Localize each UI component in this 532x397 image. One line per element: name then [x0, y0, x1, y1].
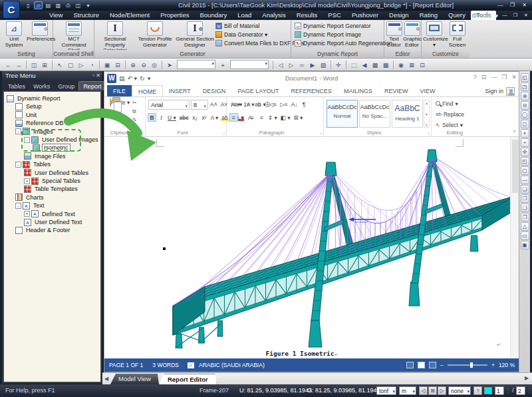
window-spinner-1[interactable]: 1▲▼: [495, 386, 504, 395]
collapse-icon[interactable]: -: [15, 203, 21, 209]
front-view-icon[interactable]: ❏: [521, 185, 529, 194]
rotate-icon[interactable]: ✣: [521, 148, 529, 156]
tree-item-defined-text[interactable]: +ADefined Text: [24, 210, 76, 218]
help-menu[interactable]: Help ▾: [480, 12, 498, 19]
unit-system-button[interactable]: ⊿ Unit System: [1, 21, 27, 49]
named-view-icon[interactable]: ▣: [521, 241, 529, 249]
ribbon-options-icon[interactable]: ⊡: [481, 74, 487, 80]
tree-item-tables[interactable]: -Tables: [15, 160, 52, 168]
scroll-more-icon[interactable]: ≡: [424, 123, 429, 127]
menu-tab-rating[interactable]: Rating: [414, 11, 443, 20]
open-file-icon[interactable]: ▱: [34, 1, 43, 9]
axis-icon[interactable]: ⌖: [217, 60, 228, 70]
align-right-button[interactable]: ≡: [248, 113, 257, 122]
align-left-button[interactable]: ≡: [229, 113, 238, 122]
save-icon[interactable]: ▤: [119, 74, 125, 83]
scrollbar-thumb[interactable]: [512, 140, 518, 193]
select-all-icon[interactable]: ▣: [102, 60, 112, 70]
stage-prev-icon[interactable]: ◁: [275, 60, 286, 70]
play-icon[interactable]: ▶: [307, 60, 318, 70]
style-normal[interactable]: AaBbCcDc Normal: [327, 100, 358, 128]
zoom-in-icon[interactable]: +: [491, 362, 495, 368]
dialog-launcher-icon[interactable]: ⌟: [223, 130, 225, 135]
length-unit-combo[interactable]: m: [399, 386, 416, 395]
data-generator-item[interactable]: Data Generator ▾: [215, 30, 290, 39]
tree-item-dynamic-report[interactable]: Dynamic Report: [7, 94, 62, 102]
lock-icon[interactable]: ⊠: [406, 60, 417, 70]
word-help-icon[interactable]: ?: [473, 74, 477, 80]
paste-button[interactable]: Paste ▾: [108, 99, 131, 134]
rotate-left-icon[interactable]: ◀: [359, 60, 370, 70]
proofing-icon[interactable]: ✓: [188, 362, 194, 368]
sort-button[interactable]: A↓: [290, 100, 299, 108]
italic-button[interactable]: I: [157, 113, 166, 122]
collapse-icon[interactable]: -: [15, 128, 21, 134]
child-minimize-icon[interactable]: —: [501, 12, 509, 19]
dynamic-report-auto-regeneration-item[interactable]: ↻Dynamic Report Auto Regeneration: [295, 39, 383, 47]
display-icon[interactable]: ▦: [370, 60, 380, 70]
zoom-out-icon[interactable]: ⊖: [521, 101, 529, 110]
dynamic-report-image-item[interactable]: Dynamic Report Image: [295, 30, 383, 39]
word-close-icon[interactable]: ✕: [511, 74, 517, 80]
menu-tab-node-element[interactable]: Node/Element: [104, 11, 155, 20]
dialog-launcher-icon[interactable]: ⌟: [428, 130, 430, 135]
word-count[interactable]: 3 WORDS: [148, 362, 184, 368]
menu-tab-structure[interactable]: Structure: [68, 11, 104, 20]
word-tab-design[interactable]: DESIGN: [197, 85, 232, 96]
unlock-icon[interactable]: ⊡: [417, 60, 428, 70]
right-view-icon[interactable]: ❐: [521, 194, 529, 203]
menu-tab-psc[interactable]: PSC: [323, 11, 346, 20]
tree-item-charts[interactable]: Charts: [15, 194, 45, 201]
word-tab-page-layout[interactable]: PAGE LAYOUT: [231, 85, 285, 96]
sign-in[interactable]: Sign in: [485, 85, 515, 97]
zoom-in-icon[interactable]: ⊕: [521, 92, 529, 100]
toolbar-combo[interactable]: [177, 60, 215, 69]
menu-tab-load[interactable]: Load: [232, 11, 257, 20]
stage-next-icon[interactable]: ▷: [286, 60, 297, 70]
bill-of-material-item[interactable]: MBill of Material: [215, 21, 290, 30]
tab-model-view[interactable]: Model View: [110, 374, 159, 384]
word-tab-view[interactable]: VIEW: [414, 85, 442, 96]
menu-tab-design[interactable]: Design: [384, 11, 414, 20]
unit-set-icon[interactable]: ⊞: [428, 386, 437, 395]
align-center-button[interactable]: ≡: [239, 113, 247, 122]
zoom-out-icon[interactable]: −: [440, 362, 444, 368]
shading-button[interactable]: ◧ ▾: [279, 113, 292, 122]
menu-tab-view[interactable]: View: [44, 11, 68, 20]
superscript-button[interactable]: x²: [200, 113, 209, 122]
unit-prev-icon[interactable]: ◁: [419, 386, 428, 395]
menu-tab-properties[interactable]: Properties: [155, 11, 194, 20]
restore-icon[interactable]: ❐: [507, 1, 517, 9]
zoom-in-icon[interactable]: ⊕: [128, 60, 138, 70]
zoom-window-icon[interactable]: ◱: [521, 73, 529, 82]
collapse-icon[interactable]: -: [15, 162, 21, 168]
tree-item-reference-db[interactable]: Reference DB: [15, 119, 65, 127]
snap-combo[interactable]: none: [448, 386, 471, 395]
word-document[interactable]: Figure 1 Isometric↵ ↵: [104, 137, 519, 360]
increase-indent-button[interactable]: ▷≡: [279, 100, 289, 108]
pointer-icon[interactable]: ➤: [164, 60, 175, 70]
line-spacing-button[interactable]: ⇕ ▾: [267, 113, 279, 122]
web-layout-icon[interactable]: [429, 362, 436, 368]
tree-item-header-footer[interactable]: Header & Footer: [15, 226, 72, 234]
query-icon[interactable]: ?: [473, 386, 482, 395]
multilevel-list-button[interactable]: ⁝⁝ ▾: [257, 100, 267, 108]
capture-icon[interactable]: ◫: [29, 60, 39, 70]
word-logo-icon[interactable]: W: [107, 74, 116, 83]
word-tab-file[interactable]: FILE: [107, 85, 132, 96]
tendon-profile-generator-button[interactable]: Tendon Profile Generator: [136, 21, 174, 49]
zoom-level[interactable]: 120 %: [499, 362, 515, 368]
tab-scroll-right-icon[interactable]: ▶: [523, 373, 531, 384]
tree-tab-tables[interactable]: Tables: [4, 82, 29, 90]
dynamic-report-generator-item[interactable]: ▱Dynamic Report Generator: [295, 21, 383, 30]
pan-icon[interactable]: ✛: [333, 60, 344, 70]
numbering-button[interactable]: 1≡ ▾: [242, 100, 255, 108]
print-layout-icon[interactable]: [418, 362, 425, 368]
decrease-indent-button[interactable]: ◁≡: [268, 100, 279, 108]
close-icon[interactable]: ✕: [96, 72, 100, 78]
tree-item-user-defined-text[interactable]: AUser Defined Text: [24, 218, 83, 226]
select-button[interactable]: ↖ Select▾: [436, 120, 463, 129]
menu-tab-boundary[interactable]: Boundary: [194, 11, 232, 20]
magnify-icon[interactable]: ◯: [521, 110, 529, 119]
word-tab-insert[interactable]: INSERT: [163, 85, 197, 96]
